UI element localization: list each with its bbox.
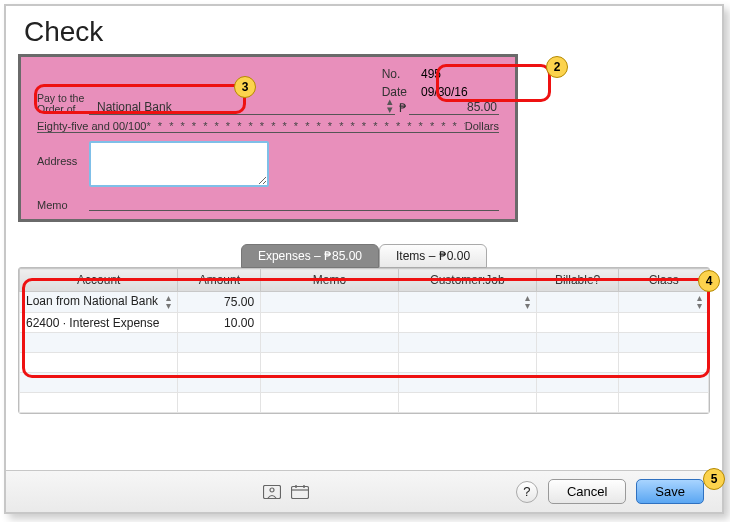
amount-in-words: Eighty-five and 00/100: [37, 120, 146, 132]
chevron-updown-icon: ▴▾: [387, 97, 393, 113]
memo-field[interactable]: [89, 197, 499, 211]
callout-badge-4: 4: [698, 270, 720, 292]
check-header-right: No. Date: [382, 65, 489, 101]
memo-label: Memo: [37, 199, 89, 211]
table-row[interactable]: Loan from National Bank▴▾ 75.00 ▴▾ ▴▾: [20, 292, 709, 313]
check-body: No. Date Pay to the Order of National Ba…: [21, 57, 515, 219]
currency-symbol: ₱: [395, 101, 409, 115]
col-customer[interactable]: Customer:Job: [398, 269, 536, 292]
payee-value: National Bank: [89, 100, 172, 114]
page-title: Check: [6, 6, 722, 52]
help-button[interactable]: ?: [516, 481, 538, 503]
payee-select[interactable]: National Bank ▴▾: [89, 97, 395, 115]
table-row[interactable]: [20, 333, 709, 353]
table-row[interactable]: [20, 353, 709, 373]
check-date-field[interactable]: [419, 84, 489, 100]
cancel-button[interactable]: Cancel: [548, 479, 626, 504]
check-container: No. Date Pay to the Order of National Ba…: [18, 54, 518, 222]
check-no-label: No.: [382, 65, 416, 83]
col-memo[interactable]: Memo: [261, 269, 399, 292]
callout-badge-5: 5: [703, 468, 725, 490]
callout-badge-2: 2: [546, 56, 568, 78]
chevron-updown-icon[interactable]: ▴▾: [525, 294, 530, 310]
svg-rect-2: [292, 486, 309, 498]
table-row[interactable]: [20, 393, 709, 413]
table-row[interactable]: 62400 · Interest Expense 10.00: [20, 313, 709, 333]
table-row[interactable]: [20, 373, 709, 393]
address-field[interactable]: [89, 141, 269, 187]
amount-in-words-row: Eighty-five and 00/100 * * * * * * * * *…: [37, 117, 499, 133]
col-amount[interactable]: Amount: [178, 269, 261, 292]
save-button[interactable]: Save: [636, 479, 704, 504]
check-amount-field[interactable]: 85.00: [409, 100, 499, 115]
svg-point-1: [270, 488, 274, 492]
expenses-table: Account Amount Memo Customer:Job Billabl…: [18, 267, 710, 414]
address-label: Address: [37, 141, 89, 167]
calendar-icon[interactable]: [289, 483, 311, 501]
chevron-updown-icon[interactable]: ▴▾: [166, 294, 171, 310]
col-class[interactable]: Class: [619, 269, 709, 292]
check-no-field[interactable]: [419, 66, 489, 82]
chevron-updown-icon[interactable]: ▴▾: [697, 294, 702, 310]
tab-expenses[interactable]: Expenses – ₱85.00: [241, 244, 379, 268]
dollars-label: Dollars: [465, 120, 499, 132]
tab-items[interactable]: Items – ₱0.00: [379, 244, 487, 268]
tab-bar: Expenses – ₱85.00 Items – ₱0.00: [18, 244, 710, 267]
bottom-toolbar: ? Cancel Save: [6, 470, 722, 512]
col-account[interactable]: Account: [20, 269, 178, 292]
pay-to-label: Pay to the Order of: [37, 93, 89, 115]
col-billable[interactable]: Billable?: [536, 269, 619, 292]
contacts-icon[interactable]: [261, 483, 283, 501]
callout-badge-3: 3: [234, 76, 256, 98]
